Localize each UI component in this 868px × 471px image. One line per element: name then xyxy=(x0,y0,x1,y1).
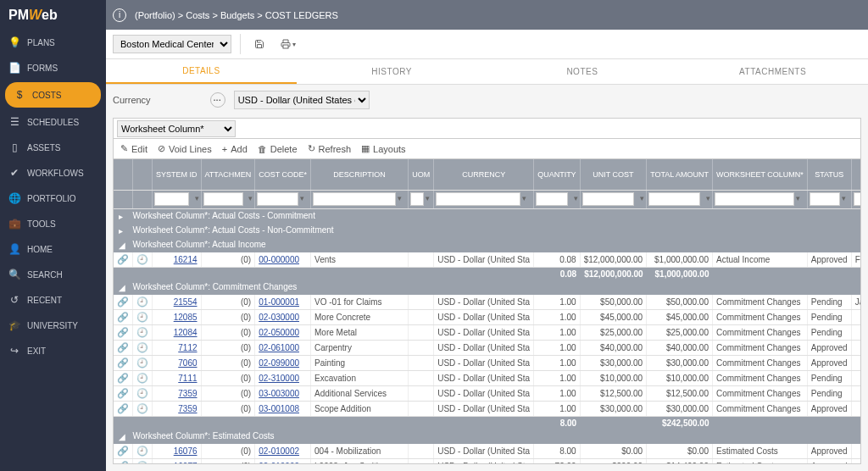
column-header[interactable]: WORKSHEET COLUMN* xyxy=(713,159,808,190)
system-id-link[interactable]: 7359 xyxy=(178,389,197,398)
group-toggle-icon[interactable]: ▸ xyxy=(119,226,127,236)
tab-notes[interactable]: NOTES xyxy=(487,59,678,84)
system-id-link[interactable]: 12084 xyxy=(174,328,198,337)
attachment-count[interactable]: (0) xyxy=(241,328,251,337)
group-row[interactable]: ◢Worksheet Column*: Estimated Costs xyxy=(114,429,860,444)
currency-selector[interactable]: USD - Dollar (United States of Ameri xyxy=(234,91,370,109)
clock-icon[interactable]: 🕘 xyxy=(136,373,148,383)
sidebar-item-recent[interactable]: ↺RECENT xyxy=(0,287,106,313)
filter-icon[interactable]: ▾ xyxy=(426,194,431,204)
attachment-count[interactable]: (0) xyxy=(241,343,251,352)
add-button[interactable]: + Add xyxy=(222,144,248,154)
column-header[interactable]: ATTACHMEN xyxy=(201,159,255,190)
clock-icon[interactable]: 🕘 xyxy=(136,357,148,368)
info-icon[interactable]: i xyxy=(113,8,126,22)
link-icon[interactable]: 🔗 xyxy=(117,342,129,352)
filter-icon[interactable]: ▾ xyxy=(570,194,577,204)
filter-input[interactable] xyxy=(810,192,840,206)
column-header[interactable]: STATUS xyxy=(807,159,851,190)
group-toggle-icon[interactable]: ▸ xyxy=(119,212,127,221)
link-icon[interactable]: 🔗 xyxy=(117,254,129,264)
clock-icon[interactable]: 🕘 xyxy=(136,296,148,307)
sidebar-item-plans[interactable]: 💡PLANS xyxy=(0,30,106,55)
filter-input[interactable] xyxy=(436,192,520,206)
column-header[interactable] xyxy=(114,159,133,190)
delete-button[interactable]: 🗑 Delete xyxy=(258,144,298,154)
attachment-count[interactable]: (0) xyxy=(241,313,251,322)
sidebar-item-home[interactable]: 👤HOME xyxy=(0,236,106,262)
cost-code-link[interactable]: 02-050000 xyxy=(259,328,299,337)
filter-input[interactable] xyxy=(257,192,298,206)
sidebar-item-search[interactable]: 🔍SEARCH xyxy=(0,262,106,287)
filter-icon[interactable]: ▾ xyxy=(398,194,407,204)
system-id-link[interactable]: 7359 xyxy=(178,404,197,413)
group-toggle-icon[interactable]: ◢ xyxy=(119,432,127,441)
system-id-link[interactable]: 7111 xyxy=(178,374,197,383)
sidebar-item-portfolio[interactable]: 🌐PORTFOLIO xyxy=(0,186,106,211)
sidebar-item-exit[interactable]: ↪EXIT xyxy=(0,338,106,363)
filter-input[interactable] xyxy=(582,192,635,206)
column-header[interactable]: SYSTEM ID xyxy=(153,159,202,190)
system-id-link[interactable]: 16214 xyxy=(174,255,198,264)
link-icon[interactable]: 🔗 xyxy=(117,312,129,322)
system-id-link[interactable]: 12085 xyxy=(174,313,198,322)
sidebar-item-assets[interactable]: ▯ASSETS xyxy=(0,135,106,160)
filter-input[interactable] xyxy=(648,192,700,206)
link-icon[interactable]: 🔗 xyxy=(117,357,129,368)
clock-icon[interactable]: 🕘 xyxy=(136,403,148,413)
link-icon[interactable]: 🔗 xyxy=(117,327,129,337)
filter-input[interactable] xyxy=(410,192,424,206)
clock-icon[interactable]: 🕘 xyxy=(136,461,148,464)
attachment-count[interactable]: (0) xyxy=(241,446,251,456)
group-row[interactable]: ▸Worksheet Column*: Actual Costs - Commi… xyxy=(114,208,860,224)
system-id-link[interactable]: 7060 xyxy=(178,358,197,368)
sidebar-item-workflows[interactable]: ✔WORKFLOWS xyxy=(0,160,106,186)
clock-icon[interactable]: 🕘 xyxy=(136,342,148,352)
clock-icon[interactable]: 🕘 xyxy=(136,312,148,322)
sidebar-item-forms[interactable]: 📄FORMS xyxy=(0,55,106,80)
attachment-count[interactable]: (0) xyxy=(241,462,251,464)
void-lines-button[interactable]: ⊘ Void Lines xyxy=(158,143,212,154)
print-button[interactable]: ▾ xyxy=(278,34,298,54)
attachment-count[interactable]: (0) xyxy=(241,358,251,368)
filter-input[interactable] xyxy=(536,192,568,206)
worksheet-column-selector[interactable]: Worksheet Column* xyxy=(117,120,236,137)
column-header[interactable] xyxy=(133,159,153,190)
cost-code-link[interactable]: 03-001008 xyxy=(259,404,299,413)
attachment-count[interactable]: (0) xyxy=(241,297,251,307)
link-icon[interactable]: 🔗 xyxy=(117,388,129,398)
filter-icon[interactable]: ▾ xyxy=(522,194,531,204)
save-button[interactable] xyxy=(249,34,270,54)
sidebar-item-costs[interactable]: $COSTS xyxy=(5,82,101,108)
breadcrumb-costs[interactable]: Costs xyxy=(186,10,209,20)
filter-input[interactable] xyxy=(154,192,189,206)
column-header[interactable]: DESCRIPTION xyxy=(311,159,409,190)
link-icon[interactable]: 🔗 xyxy=(117,461,129,464)
link-icon[interactable]: 🔗 xyxy=(117,403,129,413)
system-id-link[interactable]: 16077 xyxy=(174,462,198,464)
cost-code-link[interactable]: 02-010002 xyxy=(259,462,299,464)
filter-icon[interactable]: ▾ xyxy=(245,194,253,204)
column-header[interactable]: UNIT COST xyxy=(580,159,647,190)
sidebar-item-university[interactable]: 🎓UNIVERSITY xyxy=(0,313,106,338)
filter-icon[interactable]: ▾ xyxy=(702,194,710,204)
filter-input[interactable] xyxy=(313,192,396,206)
attachment-count[interactable]: (0) xyxy=(241,255,251,264)
cost-code-link[interactable]: 02-061000 xyxy=(259,343,299,352)
cost-code-link[interactable]: 02-010002 xyxy=(259,446,299,456)
column-header[interactable] xyxy=(851,159,860,190)
filter-icon[interactable]: ▾ xyxy=(796,194,805,204)
column-header[interactable]: TOTAL AMOUNT xyxy=(647,159,713,190)
clock-icon[interactable]: 🕘 xyxy=(136,446,148,456)
filter-icon[interactable]: ▾ xyxy=(842,194,849,204)
cost-code-link[interactable]: 02-099000 xyxy=(259,358,299,368)
column-header[interactable]: UOM xyxy=(409,159,434,190)
filter-icon[interactable]: ▾ xyxy=(636,194,644,204)
group-toggle-icon[interactable]: ◢ xyxy=(119,241,127,250)
layouts-button[interactable]: ▦ Layouts xyxy=(361,143,406,154)
group-row[interactable]: ▸Worksheet Column*: Actual Costs - Non-C… xyxy=(114,224,860,238)
clock-icon[interactable]: 🕘 xyxy=(136,388,148,398)
filter-input[interactable] xyxy=(203,192,243,206)
currency-picker-icon[interactable]: ••• xyxy=(210,92,225,108)
system-id-link[interactable]: 7112 xyxy=(178,343,197,352)
